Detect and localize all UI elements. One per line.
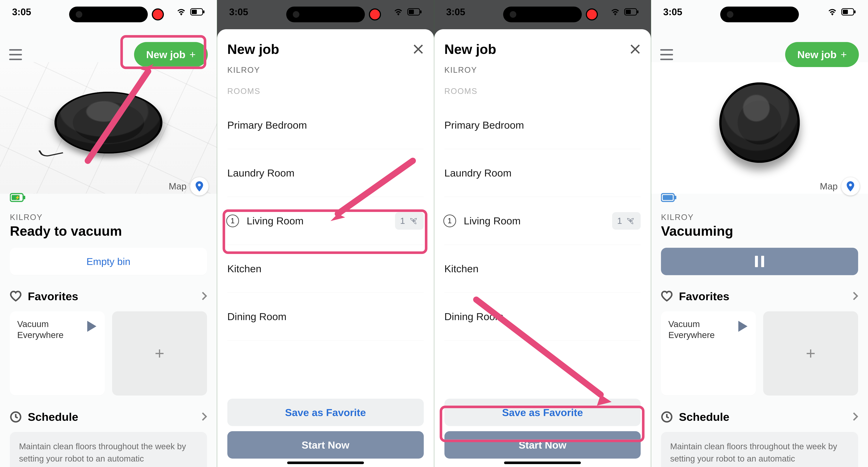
sheet-robot-name: KILROY	[444, 65, 641, 74]
record-indicator-icon	[586, 8, 598, 21]
room-primary-bedroom[interactable]: Primary Bedroom	[444, 101, 641, 149]
map-button[interactable]	[190, 177, 209, 196]
battery-icon	[624, 8, 639, 15]
svg-rect-13	[409, 10, 414, 14]
battery-icon	[841, 8, 856, 15]
screen-home-ready: 3:05 New job + Map ⚡ KILROY Ready to vac…	[0, 0, 217, 467]
home-indicator	[504, 462, 581, 464]
save-favorite-button[interactable]: Save as Favorite	[444, 399, 641, 426]
robot-status: Vacuuming	[661, 223, 733, 239]
room-kitchen[interactable]: Kitchen	[444, 245, 641, 293]
menu-button[interactable]	[9, 49, 22, 60]
new-job-label: New job	[797, 48, 837, 61]
svg-rect-12	[420, 10, 422, 13]
room-kitchen[interactable]: Kitchen	[227, 245, 424, 293]
svg-rect-4	[23, 196, 25, 199]
start-now-button[interactable]: Start Now	[227, 431, 424, 459]
robot-battery-icon	[661, 193, 677, 203]
room-dining-room[interactable]: Dining Room	[227, 293, 424, 340]
add-favorite-button[interactable]: +	[112, 311, 207, 395]
record-indicator-icon	[369, 8, 381, 21]
new-job-button[interactable]: New job +	[785, 42, 859, 67]
favorites-header[interactable]: Favorites	[661, 290, 858, 303]
sheet-title: New job	[227, 41, 279, 57]
status-bar: 3:05	[217, 0, 434, 24]
favorites-label: Favorites	[28, 290, 78, 303]
rooms-heading: ROOMS	[444, 87, 641, 96]
sheet-title: New job	[444, 41, 496, 57]
new-job-label: New job	[146, 48, 185, 61]
schedule-header[interactable]: Schedule	[10, 410, 207, 423]
svg-rect-29	[843, 10, 848, 14]
svg-rect-20	[637, 10, 639, 13]
wifi-icon	[828, 8, 837, 15]
room-primary-bedroom[interactable]: Primary Bedroom	[227, 101, 424, 149]
room-pass-selector[interactable]: 1	[395, 212, 424, 230]
room-living-room[interactable]: 1 Living Room 1	[444, 197, 641, 245]
pause-button[interactable]	[661, 248, 858, 275]
status-bar: 3:05	[651, 0, 868, 24]
map-label: Map	[168, 181, 186, 192]
status-time: 3:05	[663, 6, 682, 18]
room-pass-selector[interactable]: 1	[612, 212, 641, 230]
dynamic-island-icon	[503, 7, 582, 22]
room-living-room[interactable]: 1 Living Room 1	[227, 197, 424, 245]
rooms-list: Primary Bedroom Laundry Room 1 Living Ro…	[227, 101, 424, 340]
svg-marker-7	[87, 321, 96, 332]
room-laundry-room[interactable]: Laundry Room	[444, 149, 641, 197]
status-time: 3:05	[12, 6, 31, 18]
room-dining-room[interactable]: Dining Room	[444, 293, 641, 340]
pause-icon	[755, 256, 764, 267]
svg-rect-21	[626, 10, 631, 14]
map-label: Map	[820, 181, 838, 192]
start-now-button[interactable]: Start Now	[444, 431, 641, 459]
menu-button[interactable]	[660, 49, 673, 60]
robot-name: KILROY	[10, 213, 42, 222]
plus-icon: +	[189, 51, 196, 58]
dynamic-island-icon	[286, 7, 365, 22]
chevron-right-icon	[852, 412, 858, 422]
svg-rect-28	[854, 10, 856, 13]
room-order-badge: 1	[443, 214, 456, 227]
empty-bin-button[interactable]: Empty bin	[10, 248, 207, 275]
room-laundry-room[interactable]: Laundry Room	[227, 149, 424, 197]
fan-icon	[625, 216, 636, 226]
screen-newjob-start: 3:05 New job KILROY ROOMS Primary Bedroo…	[434, 0, 651, 467]
screen-newjob-room: 3:05 New job KILROY ROOMS Primary Bedroo…	[217, 0, 434, 467]
dynamic-island-icon	[720, 7, 799, 22]
save-favorite-button[interactable]: Save as Favorite	[227, 399, 424, 426]
svg-text:⚡: ⚡	[15, 195, 20, 200]
rooms-list: Primary Bedroom Laundry Room 1 Living Ro…	[444, 101, 641, 340]
svg-rect-32	[663, 195, 673, 200]
robot-battery-icon: ⚡	[10, 193, 26, 203]
status-time: 3:05	[446, 6, 465, 18]
new-job-sheet: New job KILROY ROOMS Primary Bedroom Lau…	[217, 29, 434, 467]
add-favorite-button[interactable]: +	[763, 311, 858, 395]
close-button[interactable]	[630, 44, 641, 55]
heart-icon	[661, 291, 673, 302]
robot-hero: Map	[651, 62, 868, 194]
schedule-label: Schedule	[679, 410, 730, 423]
home-indicator	[287, 462, 364, 464]
status-bar: 3:05	[434, 0, 651, 24]
favorites-header[interactable]: Favorites	[10, 290, 207, 303]
chevron-right-icon	[202, 291, 207, 301]
favorite-vacuum-everywhere[interactable]: Vacuum Everywhere	[661, 311, 756, 395]
screen-home-vacuuming: 3:05 New job + Map KILROY Vacuuming	[651, 0, 868, 467]
dynamic-island-icon	[69, 7, 148, 22]
fan-icon	[408, 216, 418, 226]
svg-rect-2	[192, 10, 197, 14]
record-indicator-icon	[803, 8, 815, 21]
plus-icon: +	[806, 344, 815, 363]
wifi-icon	[176, 8, 186, 15]
schedule-header[interactable]: Schedule	[661, 410, 858, 423]
rooms-heading: ROOMS	[227, 87, 424, 96]
favorite-label: Vacuum Everywhere	[17, 319, 97, 340]
close-button[interactable]	[413, 44, 424, 55]
new-job-button[interactable]: New job +	[134, 42, 208, 67]
robot-image	[719, 82, 800, 163]
favorite-vacuum-everywhere[interactable]: Vacuum Everywhere	[10, 311, 105, 395]
svg-rect-31	[675, 196, 677, 199]
chevron-right-icon	[852, 291, 858, 301]
map-button[interactable]	[841, 177, 860, 196]
